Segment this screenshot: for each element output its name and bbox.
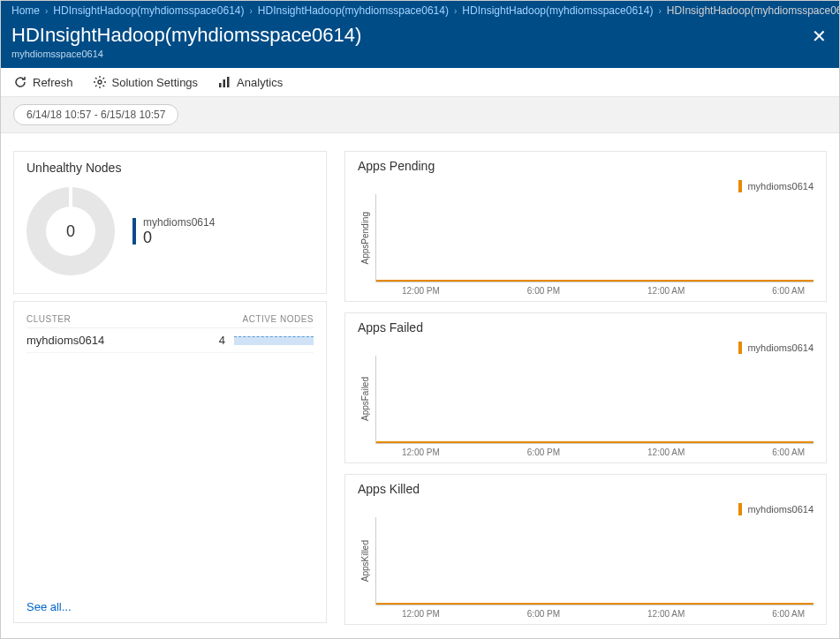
x-axis: 12:00 PM 6:00 PM 12:00 AM 6:00 AM	[375, 286, 814, 296]
svg-point-0	[98, 80, 102, 84]
donut-chart: 0 myhdioms0614 0	[26, 182, 314, 284]
breadcrumb-link[interactable]: Home	[11, 4, 40, 17]
donut-center-value: 0	[26, 187, 115, 275]
x-tick: 12:00 AM	[647, 286, 685, 296]
y-axis-label: AppsPending	[360, 194, 370, 282]
series-line	[376, 603, 814, 605]
donut-icon: 0	[26, 187, 115, 275]
series-line	[376, 280, 814, 282]
line-chart: AppsPending	[375, 194, 814, 282]
breadcrumb-link[interactable]: HDInsightHadoop(myhdiomsspace0614)	[53, 4, 244, 17]
cluster-table-card: CLUSTER ACTIVE NODES myhdioms0614 4 See …	[13, 301, 327, 623]
refresh-label: Refresh	[33, 76, 73, 89]
see-all-link[interactable]: See all...	[26, 591, 314, 613]
x-tick: 6:00 AM	[772, 286, 805, 296]
svg-rect-3	[227, 77, 230, 87]
line-chart: AppsKilled	[375, 517, 814, 605]
left-column: Unhealthy Nodes 0 myhdioms0614 0 CL	[13, 151, 327, 623]
breadcrumb-link[interactable]: HDInsightHadoop(myhdiomsspace0614)	[462, 4, 653, 17]
toolbar: Refresh Solution Settings Analytics	[1, 68, 839, 97]
x-tick: 12:00 PM	[402, 447, 440, 457]
chevron-right-icon: ›	[249, 6, 252, 16]
apps-pending-card[interactable]: Apps Pending myhdioms0614 AppsPending 12…	[344, 151, 827, 302]
cell-bar	[234, 336, 314, 345]
x-axis: 12:00 PM 6:00 PM 12:00 AM 6:00 AM	[375, 447, 814, 457]
breadcrumb-link[interactable]: HDInsightHadoop(myhdiomsspace0614)	[258, 4, 449, 17]
legend-swatch-icon	[132, 218, 136, 244]
refresh-icon	[13, 75, 27, 89]
card-title: Unhealthy Nodes	[26, 161, 314, 175]
x-tick: 6:00 PM	[527, 286, 560, 296]
chevron-right-icon: ›	[45, 6, 48, 16]
legend-label: myhdioms0614	[143, 216, 215, 229]
legend-swatch-icon	[738, 503, 742, 515]
x-tick: 6:00 AM	[772, 609, 805, 619]
settings-label: Solution Settings	[112, 76, 199, 89]
apps-failed-card[interactable]: Apps Failed myhdioms0614 AppsFailed 12:0…	[344, 312, 827, 463]
x-tick: 6:00 PM	[527, 447, 560, 457]
page-subtitle: myhdiomsspace0614	[11, 49, 829, 59]
y-axis-label: AppsKilled	[360, 517, 370, 605]
col-cluster: CLUSTER	[26, 314, 71, 324]
content: Unhealthy Nodes 0 myhdioms0614 0 CL	[1, 133, 839, 635]
legend-value: 0	[143, 229, 215, 247]
x-tick: 12:00 AM	[647, 609, 685, 619]
card-title: Apps Failed	[358, 320, 814, 335]
chart-legend: myhdioms0614	[358, 342, 814, 354]
unhealthy-nodes-card[interactable]: Unhealthy Nodes 0 myhdioms0614 0	[13, 151, 327, 294]
close-icon[interactable]: ✕	[812, 26, 827, 47]
legend-label: myhdioms0614	[747, 342, 814, 353]
analytics-label: Analytics	[237, 76, 283, 89]
bar-mini-icon	[234, 336, 314, 345]
x-tick: 12:00 PM	[402, 609, 440, 619]
legend-swatch-icon	[738, 180, 742, 192]
line-chart: AppsFailed	[375, 356, 814, 444]
col-active-nodes: ACTIVE NODES	[243, 314, 314, 324]
legend-item: myhdioms0614 0	[132, 216, 215, 247]
x-tick: 12:00 AM	[647, 447, 685, 457]
chart-legend: myhdioms0614	[358, 180, 814, 192]
svg-rect-2	[223, 79, 226, 87]
cell-cluster: myhdioms0614	[26, 334, 208, 347]
breadcrumb: Home › HDInsightHadoop(myhdiomsspace0614…	[1, 1, 839, 20]
y-axis-label: AppsFailed	[360, 356, 370, 443]
table-header: CLUSTER ACTIVE NODES	[26, 311, 314, 328]
breadcrumb-current: HDInsightHadoop(myhdiomsspace0614)	[667, 4, 839, 17]
legend-label: myhdioms0614	[747, 181, 814, 192]
refresh-button[interactable]: Refresh	[13, 75, 73, 89]
chart-legend: myhdioms0614	[358, 503, 814, 515]
gear-icon	[93, 75, 107, 89]
time-range-pill[interactable]: 6/14/18 10:57 - 6/15/18 10:57	[13, 104, 178, 125]
card-title: Apps Pending	[358, 159, 814, 173]
page-title: HDInsightHadoop(myhdiomsspace0614)	[11, 24, 829, 47]
x-tick: 6:00 PM	[527, 609, 560, 619]
analytics-button[interactable]: Analytics	[217, 75, 283, 89]
table-row[interactable]: myhdioms0614 4	[26, 328, 314, 353]
chevron-right-icon: ›	[658, 6, 661, 16]
card-title: Apps Killed	[358, 482, 814, 496]
right-column: Apps Pending myhdioms0614 AppsPending 12…	[344, 151, 827, 623]
analytics-icon	[217, 75, 231, 89]
filter-bar: 6/14/18 10:57 - 6/15/18 10:57	[1, 97, 839, 133]
svg-rect-1	[219, 83, 222, 87]
cell-active: 4	[208, 334, 234, 347]
x-axis: 12:00 PM 6:00 PM 12:00 AM 6:00 AM	[375, 609, 814, 619]
series-line	[376, 441, 814, 443]
apps-killed-card[interactable]: Apps Killed myhdioms0614 AppsKilled 12:0…	[344, 474, 827, 625]
solution-settings-button[interactable]: Solution Settings	[93, 75, 199, 89]
x-tick: 12:00 PM	[402, 286, 440, 296]
x-tick: 6:00 AM	[772, 447, 805, 457]
page-header: HDInsightHadoop(myhdiomsspace0614) myhdi…	[1, 20, 839, 68]
legend-swatch-icon	[738, 342, 742, 354]
chevron-right-icon: ›	[454, 6, 457, 16]
legend-label: myhdioms0614	[747, 504, 814, 515]
